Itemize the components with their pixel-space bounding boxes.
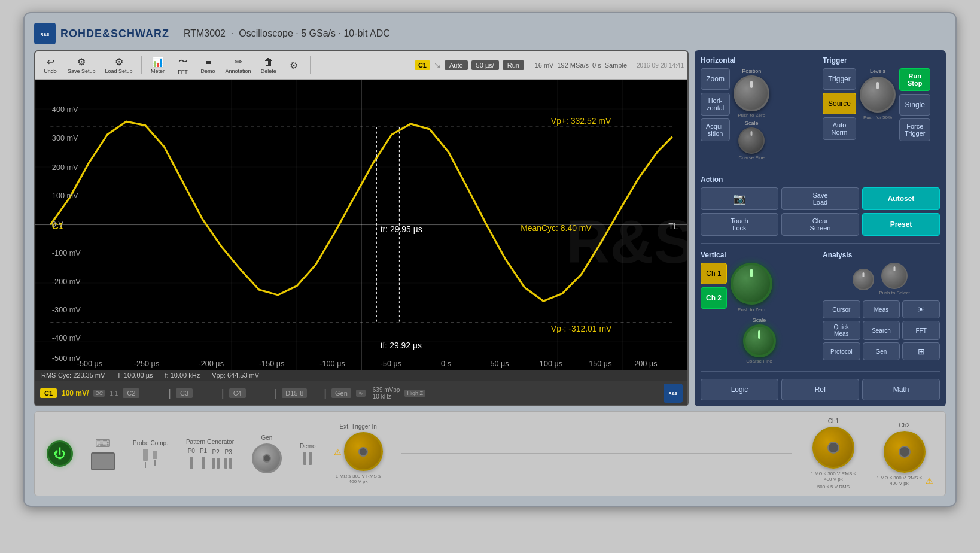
p2-pin-b[interactable]	[217, 458, 220, 469]
usb-port[interactable]	[91, 452, 115, 470]
ref-button[interactable]: Ref	[781, 379, 859, 400]
logic-button[interactable]: Logic	[701, 379, 778, 400]
c3-channel-badge[interactable]: C3	[176, 388, 193, 398]
analysis-knob[interactable]	[853, 269, 874, 290]
coarse-fine-label: Coarse Fine	[738, 155, 765, 160]
c1-channel-badge[interactable]: C1	[40, 388, 57, 398]
meas-button[interactable]: Meas	[863, 300, 900, 318]
annotation-button[interactable]: ✏ Annotation	[222, 54, 255, 76]
p0-pin[interactable]	[190, 457, 193, 469]
power-button[interactable]: ⏻	[47, 440, 73, 467]
ext-trigger-bnc[interactable]	[344, 432, 383, 471]
ch1-button[interactable]: Ch 1	[701, 263, 727, 284]
probe-comp-label: Probe Comp.	[133, 440, 168, 446]
svg-text:100 mV: 100 mV	[52, 191, 78, 200]
freq-value: f: 10.00 kHz	[165, 372, 200, 379]
oscilloscope: R&S ROHDE&SCHWARZ RTM3002 · Oscilloscope…	[23, 12, 957, 507]
vertical-title: Vertical	[701, 251, 818, 259]
demo-label: Demo	[300, 443, 316, 449]
analysis-fft-button[interactable]: FFT	[902, 321, 940, 340]
position-knob-container: Position Push to Zero	[734, 68, 769, 118]
c2-channel-badge[interactable]: C2	[123, 388, 139, 398]
meter-button[interactable]: 📊 Meter	[147, 54, 169, 76]
autoset-button[interactable]: Autoset	[862, 187, 940, 210]
gen-connector[interactable]	[252, 443, 282, 473]
ext-trigger-group: Ext. Trigger In ⚠ 1 MΩ ≤ 300 V RMS ≤ 400…	[334, 423, 383, 484]
demo-pin-1[interactable]	[303, 452, 306, 465]
force-trigger-button[interactable]: ForceTrigger	[899, 118, 930, 141]
acquisition-button[interactable]: Acqui-sition	[701, 118, 730, 141]
ch1-warning-text: 1 MΩ ≤ 300 V RMS ≤ 400 V pk	[809, 471, 857, 482]
ext-warning-text: 1 MΩ ≤ 300 V RMS ≤ 400 V pk	[334, 473, 382, 484]
settings-button[interactable]: ⚙	[282, 58, 305, 73]
position-knob[interactable]	[734, 75, 769, 111]
load-setup-button[interactable]: ⚙ Load Setup	[102, 54, 136, 76]
ch2-connector-label: Ch2	[899, 422, 909, 429]
gen-label[interactable]: Gen	[331, 388, 351, 398]
demo-group: Demo	[300, 443, 316, 465]
vert-coarse-fine: Coarse Fine	[746, 358, 772, 364]
horizontal-button[interactable]: Hori-zontal	[701, 93, 730, 116]
fft-button[interactable]: 〜 FFT	[172, 54, 194, 77]
probe-pin-2[interactable]	[153, 451, 157, 466]
clear-screen-button[interactable]: ClearScreen	[781, 213, 859, 236]
screen-panel: ↩ Undo ⚙ Save Setup ⚙ Load Setup 📊 Meter	[34, 50, 689, 406]
vert-scale-knob[interactable]	[743, 324, 776, 357]
preset-button[interactable]: Preset	[862, 213, 940, 236]
svg-text:-300 mV: -300 mV	[52, 305, 81, 314]
demo-pin-2[interactable]	[309, 452, 312, 465]
vpp-small: 639 mVpp	[373, 387, 400, 393]
separator	[141, 56, 142, 74]
grid-button[interactable]: ⊞	[902, 342, 940, 360]
c4-channel-badge[interactable]: C4	[229, 388, 246, 398]
demo-button[interactable]: 🖥 Demo	[197, 55, 220, 76]
source-button[interactable]: Source	[823, 93, 856, 114]
search-button[interactable]: Search	[863, 321, 900, 340]
svg-text:Vp-: -312.01 mV: Vp-: -312.01 mV	[551, 324, 612, 333]
rms-value: RMS-Cyc: 223.35 mV	[41, 372, 105, 379]
separator2	[310, 56, 311, 74]
ch-push-to-zero: Push to Zero	[738, 307, 765, 312]
svg-text:tf: 29.92 µs: tf: 29.92 µs	[381, 341, 422, 350]
camera-button[interactable]: 📷	[701, 187, 778, 210]
svg-text:-200 mV: -200 mV	[52, 277, 81, 286]
save-load-button[interactable]: SaveLoad	[781, 187, 859, 210]
d15-8-badge[interactable]: D15-8	[282, 388, 307, 398]
protocol-button[interactable]: Protocol	[823, 342, 860, 360]
zoom-button[interactable]: Zoom	[701, 68, 730, 90]
p3-pin-a[interactable]	[224, 458, 227, 469]
math-button[interactable]: Math	[862, 379, 940, 400]
touch-lock-button[interactable]: TouchLock	[701, 213, 778, 236]
auto-norm-button[interactable]: AutoNorm	[823, 117, 856, 140]
run-stop-button[interactable]: RunStop	[899, 68, 930, 91]
ch2-button[interactable]: Ch 2	[701, 287, 727, 309]
undo-button[interactable]: ↩ Undo	[39, 54, 62, 76]
delete-button[interactable]: 🗑 Delete	[257, 55, 280, 76]
single-button[interactable]: Single	[899, 94, 930, 116]
load-icon: ⚙	[115, 56, 123, 68]
p0-label: P0	[188, 448, 195, 454]
ch-position-knob[interactable]	[731, 263, 772, 305]
trigger-levels-knob[interactable]	[860, 77, 896, 113]
ch2-bnc[interactable]	[884, 431, 926, 473]
analysis-section: Analysis	[823, 251, 940, 364]
datetime: 2016-09-28 14:41	[637, 62, 684, 69]
push-50-label: Push for 50%	[863, 115, 892, 120]
brightness-button[interactable]: ☀	[902, 300, 940, 318]
gen-button[interactable]: Gen	[863, 342, 900, 360]
analysis-main-knob[interactable]	[881, 263, 908, 289]
analysis-title: Analysis	[823, 251, 940, 259]
save-setup-button[interactable]: ⚙ Save Setup	[64, 54, 99, 76]
cursor-button[interactable]: Cursor	[823, 300, 860, 318]
scale-knob[interactable]	[738, 127, 765, 154]
p2-pin-a[interactable]	[212, 458, 215, 469]
quick-meas-button[interactable]: QuickMeas	[823, 321, 860, 340]
action-title: Action	[701, 175, 940, 184]
ch1-bnc[interactable]	[812, 427, 854, 469]
gen-connector-group: Gen	[252, 434, 282, 473]
ext-warning-icon: ⚠	[334, 447, 342, 457]
trigger-button[interactable]: Trigger	[823, 68, 856, 90]
probe-pin-1[interactable]	[143, 449, 148, 468]
p3-pin-b[interactable]	[229, 458, 232, 469]
p1-pin[interactable]	[202, 457, 205, 469]
